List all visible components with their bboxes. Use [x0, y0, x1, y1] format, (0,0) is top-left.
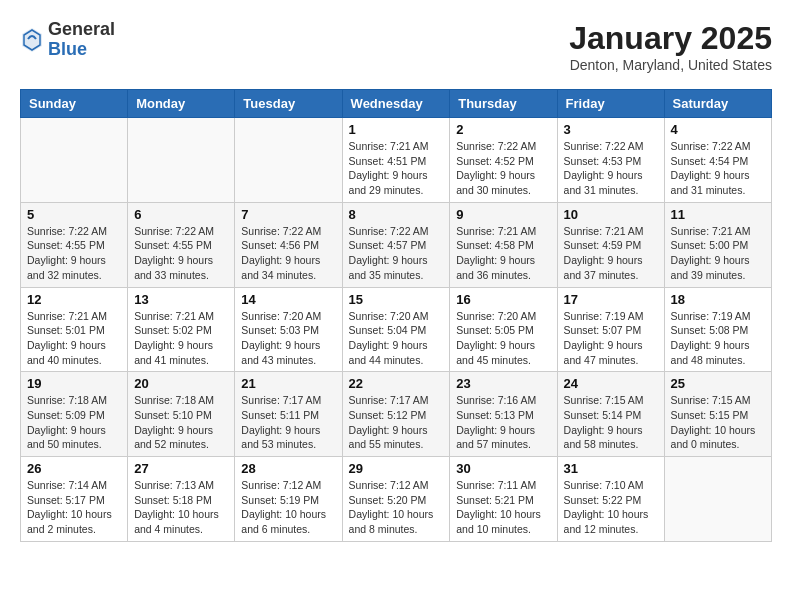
day-number: 21 — [241, 376, 335, 391]
calendar-cell: 8Sunrise: 7:22 AMSunset: 4:57 PMDaylight… — [342, 202, 450, 287]
day-info: Sunrise: 7:19 AMSunset: 5:07 PMDaylight:… — [564, 309, 658, 368]
calendar-cell: 29Sunrise: 7:12 AMSunset: 5:20 PMDayligh… — [342, 457, 450, 542]
calendar-cell — [128, 118, 235, 203]
day-info: Sunrise: 7:22 AMSunset: 4:55 PMDaylight:… — [27, 224, 121, 283]
calendar-cell: 24Sunrise: 7:15 AMSunset: 5:14 PMDayligh… — [557, 372, 664, 457]
calendar-cell: 4Sunrise: 7:22 AMSunset: 4:54 PMDaylight… — [664, 118, 771, 203]
calendar-cell — [21, 118, 128, 203]
svg-marker-0 — [22, 28, 42, 52]
day-info: Sunrise: 7:21 AMSunset: 4:58 PMDaylight:… — [456, 224, 550, 283]
weekday-header-saturday: Saturday — [664, 90, 771, 118]
day-number: 8 — [349, 207, 444, 222]
day-info: Sunrise: 7:22 AMSunset: 4:56 PMDaylight:… — [241, 224, 335, 283]
day-number: 30 — [456, 461, 550, 476]
day-number: 2 — [456, 122, 550, 137]
day-number: 25 — [671, 376, 765, 391]
day-info: Sunrise: 7:13 AMSunset: 5:18 PMDaylight:… — [134, 478, 228, 537]
day-number: 17 — [564, 292, 658, 307]
day-info: Sunrise: 7:21 AMSunset: 4:59 PMDaylight:… — [564, 224, 658, 283]
day-number: 18 — [671, 292, 765, 307]
calendar-cell: 26Sunrise: 7:14 AMSunset: 5:17 PMDayligh… — [21, 457, 128, 542]
day-number: 14 — [241, 292, 335, 307]
day-info: Sunrise: 7:10 AMSunset: 5:22 PMDaylight:… — [564, 478, 658, 537]
day-info: Sunrise: 7:20 AMSunset: 5:05 PMDaylight:… — [456, 309, 550, 368]
calendar-cell: 18Sunrise: 7:19 AMSunset: 5:08 PMDayligh… — [664, 287, 771, 372]
weekday-header-monday: Monday — [128, 90, 235, 118]
weekday-header-wednesday: Wednesday — [342, 90, 450, 118]
calendar-week-row: 26Sunrise: 7:14 AMSunset: 5:17 PMDayligh… — [21, 457, 772, 542]
calendar-week-row: 19Sunrise: 7:18 AMSunset: 5:09 PMDayligh… — [21, 372, 772, 457]
calendar-cell: 9Sunrise: 7:21 AMSunset: 4:58 PMDaylight… — [450, 202, 557, 287]
day-number: 11 — [671, 207, 765, 222]
weekday-header-row: SundayMondayTuesdayWednesdayThursdayFrid… — [21, 90, 772, 118]
day-number: 9 — [456, 207, 550, 222]
calendar-table: SundayMondayTuesdayWednesdayThursdayFrid… — [20, 89, 772, 542]
calendar-cell: 1Sunrise: 7:21 AMSunset: 4:51 PMDaylight… — [342, 118, 450, 203]
day-info: Sunrise: 7:14 AMSunset: 5:17 PMDaylight:… — [27, 478, 121, 537]
day-info: Sunrise: 7:21 AMSunset: 4:51 PMDaylight:… — [349, 139, 444, 198]
day-info: Sunrise: 7:11 AMSunset: 5:21 PMDaylight:… — [456, 478, 550, 537]
calendar-cell: 16Sunrise: 7:20 AMSunset: 5:05 PMDayligh… — [450, 287, 557, 372]
day-info: Sunrise: 7:18 AMSunset: 5:09 PMDaylight:… — [27, 393, 121, 452]
day-info: Sunrise: 7:20 AMSunset: 5:04 PMDaylight:… — [349, 309, 444, 368]
day-number: 27 — [134, 461, 228, 476]
month-title: January 2025 — [569, 20, 772, 57]
title-block: January 2025 Denton, Maryland, United St… — [569, 20, 772, 73]
day-info: Sunrise: 7:15 AMSunset: 5:14 PMDaylight:… — [564, 393, 658, 452]
day-number: 26 — [27, 461, 121, 476]
calendar-cell: 12Sunrise: 7:21 AMSunset: 5:01 PMDayligh… — [21, 287, 128, 372]
calendar-cell: 10Sunrise: 7:21 AMSunset: 4:59 PMDayligh… — [557, 202, 664, 287]
logo-blue-text: Blue — [48, 40, 115, 60]
calendar-cell: 11Sunrise: 7:21 AMSunset: 5:00 PMDayligh… — [664, 202, 771, 287]
weekday-header-friday: Friday — [557, 90, 664, 118]
day-number: 3 — [564, 122, 658, 137]
weekday-header-sunday: Sunday — [21, 90, 128, 118]
day-info: Sunrise: 7:17 AMSunset: 5:12 PMDaylight:… — [349, 393, 444, 452]
calendar-cell: 27Sunrise: 7:13 AMSunset: 5:18 PMDayligh… — [128, 457, 235, 542]
day-number: 1 — [349, 122, 444, 137]
calendar-cell: 19Sunrise: 7:18 AMSunset: 5:09 PMDayligh… — [21, 372, 128, 457]
weekday-header-thursday: Thursday — [450, 90, 557, 118]
logo-general-text: General — [48, 20, 115, 40]
calendar-cell: 22Sunrise: 7:17 AMSunset: 5:12 PMDayligh… — [342, 372, 450, 457]
calendar-cell: 5Sunrise: 7:22 AMSunset: 4:55 PMDaylight… — [21, 202, 128, 287]
day-info: Sunrise: 7:22 AMSunset: 4:54 PMDaylight:… — [671, 139, 765, 198]
day-number: 23 — [456, 376, 550, 391]
logo-icon — [20, 26, 44, 54]
day-number: 16 — [456, 292, 550, 307]
day-info: Sunrise: 7:15 AMSunset: 5:15 PMDaylight:… — [671, 393, 765, 452]
day-number: 7 — [241, 207, 335, 222]
calendar-cell: 14Sunrise: 7:20 AMSunset: 5:03 PMDayligh… — [235, 287, 342, 372]
day-info: Sunrise: 7:22 AMSunset: 4:53 PMDaylight:… — [564, 139, 658, 198]
day-number: 28 — [241, 461, 335, 476]
location-text: Denton, Maryland, United States — [569, 57, 772, 73]
calendar-cell: 23Sunrise: 7:16 AMSunset: 5:13 PMDayligh… — [450, 372, 557, 457]
calendar-cell: 25Sunrise: 7:15 AMSunset: 5:15 PMDayligh… — [664, 372, 771, 457]
calendar-cell: 30Sunrise: 7:11 AMSunset: 5:21 PMDayligh… — [450, 457, 557, 542]
day-number: 20 — [134, 376, 228, 391]
day-number: 4 — [671, 122, 765, 137]
day-info: Sunrise: 7:12 AMSunset: 5:19 PMDaylight:… — [241, 478, 335, 537]
day-number: 24 — [564, 376, 658, 391]
calendar-cell: 13Sunrise: 7:21 AMSunset: 5:02 PMDayligh… — [128, 287, 235, 372]
calendar-cell: 21Sunrise: 7:17 AMSunset: 5:11 PMDayligh… — [235, 372, 342, 457]
day-info: Sunrise: 7:12 AMSunset: 5:20 PMDaylight:… — [349, 478, 444, 537]
calendar-cell: 7Sunrise: 7:22 AMSunset: 4:56 PMDaylight… — [235, 202, 342, 287]
calendar-week-row: 1Sunrise: 7:21 AMSunset: 4:51 PMDaylight… — [21, 118, 772, 203]
day-number: 31 — [564, 461, 658, 476]
day-number: 13 — [134, 292, 228, 307]
calendar-week-row: 5Sunrise: 7:22 AMSunset: 4:55 PMDaylight… — [21, 202, 772, 287]
day-info: Sunrise: 7:21 AMSunset: 5:01 PMDaylight:… — [27, 309, 121, 368]
calendar-cell: 28Sunrise: 7:12 AMSunset: 5:19 PMDayligh… — [235, 457, 342, 542]
calendar-cell: 3Sunrise: 7:22 AMSunset: 4:53 PMDaylight… — [557, 118, 664, 203]
day-info: Sunrise: 7:17 AMSunset: 5:11 PMDaylight:… — [241, 393, 335, 452]
day-info: Sunrise: 7:16 AMSunset: 5:13 PMDaylight:… — [456, 393, 550, 452]
logo: General Blue — [20, 20, 115, 60]
calendar-cell: 2Sunrise: 7:22 AMSunset: 4:52 PMDaylight… — [450, 118, 557, 203]
calendar-cell: 6Sunrise: 7:22 AMSunset: 4:55 PMDaylight… — [128, 202, 235, 287]
day-info: Sunrise: 7:21 AMSunset: 5:02 PMDaylight:… — [134, 309, 228, 368]
day-info: Sunrise: 7:21 AMSunset: 5:00 PMDaylight:… — [671, 224, 765, 283]
calendar-cell — [664, 457, 771, 542]
day-info: Sunrise: 7:22 AMSunset: 4:55 PMDaylight:… — [134, 224, 228, 283]
logo-text: General Blue — [48, 20, 115, 60]
